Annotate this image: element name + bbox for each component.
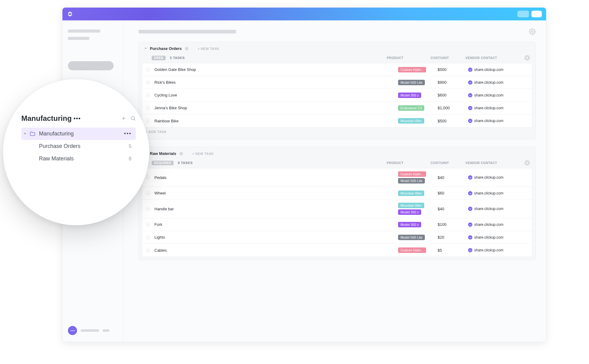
col-cost[interactable]: COST/UNIT (431, 56, 461, 60)
task-row[interactable]: Jenna's Bike Shop Endurance C3 $1,000 sh… (142, 102, 532, 114)
product-tag[interactable]: Model 500 Lite (398, 178, 425, 184)
vendor-cell[interactable]: share.clickup.com (468, 235, 523, 240)
titlebar-button-a[interactable] (517, 11, 529, 17)
cost-cell[interactable]: $900 (438, 80, 468, 85)
product-tag[interactable]: Model 350 z (398, 93, 421, 98)
cost-cell[interactable]: $5 (438, 248, 468, 253)
complete-toggle[interactable] (146, 119, 150, 123)
complete-toggle[interactable] (146, 191, 150, 195)
cost-cell[interactable]: $40 (438, 175, 468, 180)
task-row[interactable]: Lights Model 500 Lite $20 share.clickup.… (142, 231, 532, 244)
col-cost[interactable]: COST/UNIT (431, 161, 461, 165)
vendor-link[interactable]: share.clickup.com (474, 222, 503, 227)
vendor-link[interactable]: share.clickup.com (474, 68, 503, 72)
cost-cell[interactable]: $60 (438, 191, 468, 195)
task-row[interactable]: Rainbow Bike Mountain Bike $500 share.cl… (142, 114, 532, 127)
space-title[interactable]: Manufacturing (21, 114, 72, 123)
folder-item-manufacturing[interactable]: Manufacturing ••• (21, 128, 136, 140)
col-vendor[interactable]: VENDOR CONTACT (465, 56, 520, 60)
cost-cell[interactable]: $100 (438, 222, 468, 227)
task-name[interactable]: Fork (154, 222, 398, 227)
product-tag[interactable]: Model 500 Lite (398, 235, 425, 240)
complete-toggle[interactable] (146, 207, 150, 211)
add-task-button[interactable]: + ADD TASK (139, 128, 535, 136)
cost-cell[interactable]: $40 (438, 207, 468, 211)
vendor-cell[interactable]: share.clickup.com (468, 222, 523, 227)
product-tag[interactable]: Mountain Bike (398, 118, 424, 124)
product-tag[interactable]: Mountain Bike (398, 203, 424, 208)
chat-button[interactable] (68, 326, 77, 335)
task-name[interactable]: Jenna's Bike Shop (154, 106, 398, 110)
task-row[interactable]: Rick's Bikes Model 500 Lite $900 share.c… (142, 76, 532, 89)
add-space-item-button[interactable]: + (122, 115, 125, 122)
product-tag[interactable]: Model 350 z (398, 222, 421, 227)
product-tag[interactable]: Custom Hybri... (398, 171, 426, 177)
chevron-down-icon[interactable] (144, 48, 147, 49)
vendor-cell[interactable]: share.clickup.com (468, 207, 523, 211)
vendor-cell[interactable]: share.clickup.com (468, 80, 523, 85)
task-name[interactable]: Pedals (154, 175, 398, 180)
product-tag[interactable]: Endurance C3 (398, 105, 424, 111)
add-column-button[interactable]: + (524, 160, 530, 166)
product-tag[interactable]: Custom Hybri... (398, 247, 426, 253)
cost-cell[interactable]: $1,000 (438, 106, 468, 110)
info-icon[interactable] (185, 47, 189, 51)
task-row[interactable]: Fork Model 350 z $100 share.clickup.com (142, 218, 532, 231)
vendor-cell[interactable]: share.clickup.com (468, 119, 523, 123)
task-name[interactable]: Wheel (154, 191, 398, 195)
complete-toggle[interactable] (146, 222, 150, 227)
complete-toggle[interactable] (146, 235, 150, 240)
product-tag[interactable]: Model 350 z (398, 209, 421, 215)
col-product[interactable]: PRODUCT (387, 161, 426, 165)
gear-icon[interactable] (529, 28, 536, 35)
vendor-cell[interactable]: share.clickup.com (468, 191, 523, 195)
col-vendor[interactable]: VENDOR CONTACT (465, 161, 520, 165)
vendor-link[interactable]: share.clickup.com (474, 191, 503, 195)
search-icon[interactable] (130, 116, 136, 121)
task-row[interactable]: Handle bar Mountain BikeModel 350 z $40 … (142, 200, 532, 218)
cost-cell[interactable]: $20 (438, 235, 468, 240)
product-tag[interactable]: Mountain Bike (398, 191, 424, 196)
add-column-button[interactable]: + (524, 55, 530, 61)
titlebar-button-b[interactable] (531, 11, 542, 17)
new-task-button[interactable]: + NEW TASK (198, 47, 219, 51)
task-name[interactable]: Cables (154, 248, 398, 253)
task-name[interactable]: Rick's Bikes (154, 80, 398, 85)
product-tag[interactable]: Model 500 Lite (398, 80, 425, 85)
complete-toggle[interactable] (146, 248, 150, 252)
task-name[interactable]: Handle bar (154, 207, 398, 211)
complete-toggle[interactable] (146, 80, 150, 85)
new-task-button[interactable]: + NEW TASK (192, 152, 214, 156)
list-item-purchase-orders[interactable]: Purchase Orders 5 (21, 140, 136, 152)
vendor-cell[interactable]: share.clickup.com (468, 93, 523, 97)
vendor-link[interactable]: share.clickup.com (474, 175, 503, 180)
vendor-link[interactable]: share.clickup.com (474, 235, 503, 240)
cost-cell[interactable]: $500 (438, 119, 468, 123)
complete-toggle[interactable] (146, 93, 150, 97)
group-title[interactable]: Purchase Orders (150, 46, 182, 51)
task-name[interactable]: Cycling Love (154, 93, 398, 97)
task-row[interactable]: Wheel Mountain Bike $60 share.clickup.co… (142, 187, 532, 200)
task-name[interactable]: Golden Gate Bike Shop (154, 67, 398, 72)
task-name[interactable]: Lights (154, 235, 398, 240)
cost-cell[interactable]: $500 (438, 67, 468, 72)
vendor-link[interactable]: share.clickup.com (474, 93, 503, 97)
product-tag[interactable]: Custom Hybri... (398, 67, 426, 72)
complete-toggle[interactable] (146, 106, 150, 110)
info-icon[interactable] (179, 152, 183, 156)
list-item-raw-materials[interactable]: Raw Materials 8 (21, 152, 136, 165)
vendor-link[interactable]: share.clickup.com (474, 119, 503, 123)
complete-toggle[interactable] (146, 175, 150, 180)
vendor-cell[interactable]: share.clickup.com (468, 248, 523, 252)
task-name[interactable]: Rainbow Bike (154, 119, 398, 123)
vendor-cell[interactable]: share.clickup.com (468, 68, 523, 72)
vendor-cell[interactable]: share.clickup.com (468, 106, 523, 110)
task-row[interactable]: Pedals Custom Hybri...Model 500 Lite $40… (142, 168, 532, 187)
vendor-link[interactable]: share.clickup.com (474, 106, 503, 110)
col-product[interactable]: PRODUCT (387, 56, 426, 60)
task-row[interactable]: Golden Gate Bike Shop Custom Hybri... $5… (142, 63, 532, 76)
vendor-link[interactable]: share.clickup.com (474, 80, 503, 85)
status-badge[interactable]: REQUIRED (152, 161, 174, 165)
task-row[interactable]: Cables Custom Hybri... $5 share.clickup.… (142, 244, 532, 257)
sidebar-search[interactable] (68, 61, 114, 70)
